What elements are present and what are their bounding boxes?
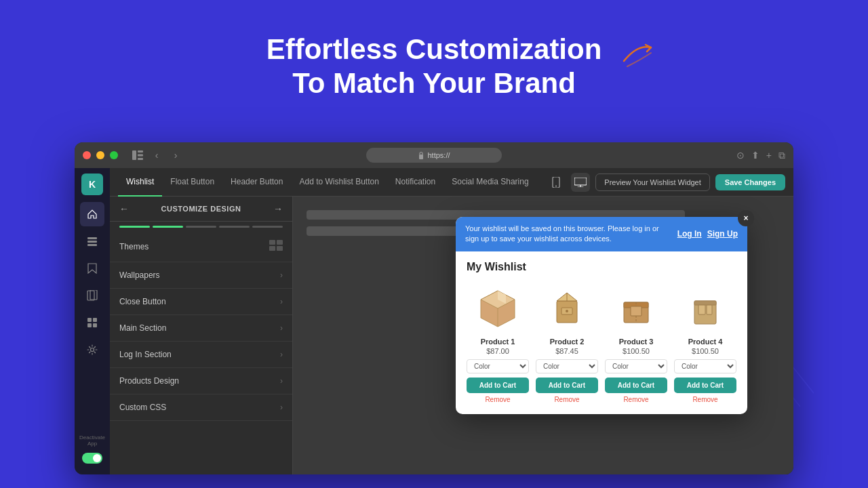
customize-title: CUSTOMIZE DESIGN bbox=[129, 205, 273, 213]
customize-back-arrow[interactable]: ← bbox=[119, 203, 129, 214]
forward-btn[interactable]: › bbox=[168, 148, 183, 163]
svg-rect-12 bbox=[87, 291, 94, 300]
close-button-arrow: › bbox=[280, 297, 283, 306]
banner-text: Your wishlist will be saved on this brow… bbox=[465, 224, 671, 245]
desktop-view-btn[interactable] bbox=[571, 173, 590, 192]
mobile-view-btn[interactable] bbox=[547, 173, 566, 192]
sidebar-item-pages[interactable] bbox=[80, 283, 104, 308]
svg-rect-13 bbox=[90, 290, 97, 300]
add-to-cart-btn-4[interactable]: Add to Cart bbox=[674, 378, 736, 393]
traffic-light-green[interactable] bbox=[110, 151, 118, 159]
section-wallpapers[interactable]: Wallpapers › bbox=[110, 262, 292, 289]
modal-body: My Wishlist bbox=[456, 251, 747, 414]
svg-rect-10 bbox=[87, 241, 97, 243]
add-to-cart-btn-3[interactable]: Add to Cart bbox=[605, 378, 667, 393]
product-name-3: Product 3 bbox=[619, 338, 654, 346]
remove-btn-2[interactable]: Remove bbox=[554, 396, 579, 403]
browser-nav: ‹ › bbox=[130, 148, 183, 163]
product-name-1: Product 1 bbox=[481, 338, 515, 346]
login-link[interactable]: Log In bbox=[677, 229, 702, 239]
content-split: ← CUSTOMIZE DESIGN → Themes bbox=[110, 197, 793, 474]
product-image-1 bbox=[473, 283, 524, 333]
remove-btn-4[interactable]: Remove bbox=[692, 396, 717, 403]
product-card-1: Product 1 $87.00 Color Add to Cart Remov… bbox=[467, 283, 529, 403]
section-close-button[interactable]: Close Button › bbox=[110, 289, 292, 315]
add-to-cart-btn-1[interactable]: Add to Cart bbox=[467, 378, 529, 393]
svg-rect-44 bbox=[707, 305, 712, 314]
banner-actions: Log In Sign Up bbox=[677, 229, 738, 239]
traffic-light-red[interactable] bbox=[83, 151, 91, 159]
remove-btn-3[interactable]: Remove bbox=[623, 396, 648, 403]
app-logo[interactable]: K bbox=[81, 174, 103, 195]
section-custom-css[interactable]: Custom CSS › bbox=[110, 394, 292, 421]
sidebar-item-settings[interactable] bbox=[80, 338, 104, 362]
svg-rect-8 bbox=[419, 155, 423, 159]
sidebar-toggle-btn[interactable] bbox=[130, 148, 145, 163]
app-sidebar: K Deactivate App bbox=[75, 168, 110, 474]
themes-icon bbox=[269, 240, 283, 253]
product-color-4[interactable]: Color bbox=[674, 359, 736, 373]
tab-add-to-wishlist[interactable]: Add to Wishlist Button bbox=[291, 168, 387, 197]
browser-window: ‹ › https:// ⊙ ⬆ + ⧉ K bbox=[75, 142, 793, 474]
close-modal-btn[interactable]: × bbox=[738, 210, 754, 226]
product-image-2 bbox=[542, 283, 593, 333]
section-themes[interactable]: Themes bbox=[110, 232, 292, 262]
svg-rect-15 bbox=[93, 318, 97, 322]
preview-btn[interactable]: Preview Your Wishlist Widget bbox=[595, 174, 709, 191]
hero-line2: To Match Your Brand bbox=[292, 67, 576, 99]
product-card-4: Product 4 $100.50 Color Add to Cart Remo… bbox=[674, 283, 736, 403]
save-btn[interactable]: Save Changes bbox=[715, 174, 785, 190]
section-main-section[interactable]: Main Section › bbox=[110, 315, 292, 342]
add-to-cart-btn-2[interactable]: Add to Cart bbox=[536, 378, 598, 393]
product-color-2[interactable]: Color bbox=[536, 359, 598, 373]
svg-point-20 bbox=[555, 185, 557, 186]
svg-rect-7 bbox=[138, 158, 143, 160]
svg-rect-21 bbox=[574, 178, 587, 185]
progress-seg-4 bbox=[219, 226, 250, 228]
svg-rect-11 bbox=[87, 244, 97, 246]
customize-forward-arrow[interactable]: → bbox=[273, 203, 283, 214]
product-card-3: Product 3 $100.50 Color Add to Cart Remo… bbox=[605, 283, 667, 403]
tab-social-media[interactable]: Social Media Sharing bbox=[443, 168, 536, 197]
share-icon[interactable]: ⬆ bbox=[751, 150, 760, 161]
tab-wishlist[interactable]: Wishlist bbox=[118, 168, 162, 197]
custom-css-arrow: › bbox=[280, 403, 283, 412]
tab-notification[interactable]: Notification bbox=[387, 168, 443, 197]
sidebar-item-list[interactable] bbox=[80, 229, 104, 253]
svg-rect-40 bbox=[631, 306, 642, 316]
deactivate-line1: Deactivate bbox=[79, 434, 105, 441]
product-name-4: Product 4 bbox=[688, 338, 723, 346]
sidebar-item-grid[interactable] bbox=[80, 310, 104, 335]
product-color-3[interactable]: Color bbox=[605, 359, 667, 373]
remove-btn-1[interactable]: Remove bbox=[485, 396, 510, 403]
customize-header: ← CUSTOMIZE DESIGN → bbox=[110, 197, 292, 222]
wishlist-title: My Wishlist bbox=[467, 261, 736, 273]
sidebar-item-bookmark[interactable] bbox=[80, 256, 104, 281]
product-price-4: $100.50 bbox=[692, 347, 719, 355]
svg-rect-9 bbox=[87, 237, 97, 239]
signup-link[interactable]: Sign Up bbox=[707, 229, 738, 239]
product-color-1[interactable]: Color bbox=[467, 359, 529, 373]
new-tab-icon[interactable]: + bbox=[766, 150, 772, 161]
back-btn[interactable]: ‹ bbox=[149, 148, 164, 163]
svg-rect-4 bbox=[132, 150, 136, 160]
browser-actions: ⊙ ⬆ + ⧉ bbox=[736, 150, 785, 161]
sidebar-item-home[interactable] bbox=[80, 202, 104, 226]
traffic-light-yellow[interactable] bbox=[96, 151, 104, 159]
top-nav: Wishlist Float Button Header Button Add … bbox=[110, 168, 793, 197]
tab-header-button[interactable]: Header Button bbox=[222, 168, 291, 197]
profile-icon[interactable]: ⊙ bbox=[736, 150, 745, 161]
svg-rect-17 bbox=[93, 323, 97, 327]
address-bar[interactable]: https:// bbox=[366, 148, 502, 163]
svg-rect-6 bbox=[138, 155, 143, 157]
product-name-2: Product 2 bbox=[550, 338, 585, 346]
product-price-2: $87.45 bbox=[555, 347, 578, 355]
deactivate-toggle[interactable] bbox=[82, 453, 102, 464]
section-login-section[interactable]: Log In Section › bbox=[110, 342, 292, 368]
tab-grid-icon[interactable]: ⧉ bbox=[778, 150, 785, 161]
svg-rect-27 bbox=[277, 246, 283, 251]
svg-point-36 bbox=[566, 310, 568, 312]
tab-float-button[interactable]: Float Button bbox=[162, 168, 222, 197]
modal-login-banner: Your wishlist will be saved on this brow… bbox=[456, 217, 747, 251]
section-products-design[interactable]: Products Design › bbox=[110, 368, 292, 394]
